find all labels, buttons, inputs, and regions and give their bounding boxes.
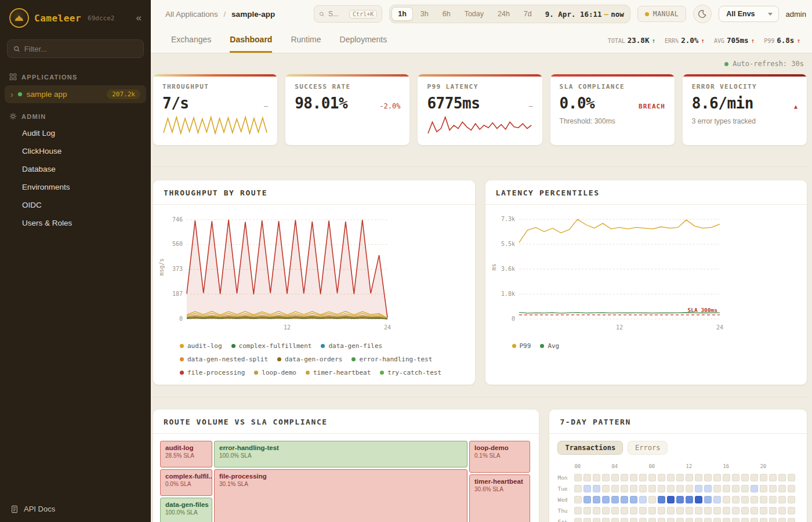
heat-cell[interactable]	[583, 518, 591, 522]
heat-cell[interactable]	[704, 485, 712, 492]
heat-cell[interactable]	[704, 496, 712, 503]
heat-cell[interactable]	[713, 507, 721, 514]
heat-cell[interactable]	[769, 496, 777, 503]
treemap-cell-complex-fulfil[interactable]: complex-fulfil...0.0% SLA	[160, 469, 212, 496]
time-range-7d[interactable]: 7d	[517, 7, 538, 21]
heat-cell[interactable]	[741, 485, 749, 492]
sidebar-item-sample-app[interactable]: › sample app 207.2k	[5, 85, 146, 103]
legend-audit-log[interactable]: audit-log	[180, 342, 222, 350]
heat-cell[interactable]	[732, 474, 740, 481]
heat-cell[interactable]	[658, 474, 665, 481]
legend-data-gen-nested-split[interactable]: data-gen-nested-split	[180, 356, 268, 363]
sidebar-item-clickhouse[interactable]: ClickHouse	[0, 142, 151, 160]
heat-cell[interactable]	[778, 474, 786, 481]
heat-cell[interactable]	[751, 507, 758, 514]
heat-cell[interactable]	[667, 518, 675, 522]
heat-cell[interactable]	[723, 496, 730, 503]
heat-cell[interactable]	[639, 485, 647, 492]
treemap-cell-data-gen-files[interactable]: data-gen-files100.0% SLA	[160, 498, 212, 522]
sidebar-item-database[interactable]: Database	[0, 160, 151, 178]
heat-cell[interactable]	[695, 518, 702, 522]
heat-cell[interactable]	[676, 518, 684, 522]
heat-cell[interactable]	[602, 496, 610, 503]
heat-cell[interactable]	[732, 496, 740, 503]
sidebar-item-api-docs[interactable]: API Docs	[0, 496, 151, 522]
time-range-1h[interactable]: 1h	[392, 7, 413, 21]
heat-cell[interactable]	[741, 474, 749, 481]
heat-cell[interactable]	[751, 474, 758, 481]
search-input[interactable]	[328, 10, 346, 18]
sidebar-item-oidc[interactable]: OIDC	[0, 196, 151, 214]
heat-cell[interactable]	[667, 474, 675, 481]
heat-cell[interactable]	[630, 518, 637, 522]
heat-cell[interactable]	[611, 518, 619, 522]
heat-cell[interactable]	[602, 518, 610, 522]
heat-cell[interactable]	[704, 507, 712, 514]
heat-cell[interactable]	[760, 474, 767, 481]
legend-p99[interactable]: P99	[512, 342, 531, 350]
heat-cell[interactable]	[639, 474, 647, 481]
heat-cell[interactable]	[769, 518, 777, 522]
heat-cell[interactable]	[602, 507, 610, 514]
legend-data-gen-files[interactable]: data-gen-files	[321, 342, 382, 350]
breadcrumb-all-applications[interactable]: All Applications	[165, 10, 218, 19]
heat-cell[interactable]	[760, 507, 767, 514]
heat-cell[interactable]	[676, 507, 684, 514]
heat-cell[interactable]	[788, 474, 795, 481]
heat-cell[interactable]	[602, 485, 610, 492]
heat-cell[interactable]	[583, 496, 591, 503]
global-search[interactable]: Ctrl+K	[314, 5, 382, 23]
heat-cell[interactable]	[751, 485, 758, 492]
heat-cell[interactable]	[648, 518, 656, 522]
heat-cell[interactable]	[788, 485, 795, 492]
time-range-3h[interactable]: 3h	[414, 7, 435, 21]
heat-cell[interactable]	[621, 518, 628, 522]
heat-cell[interactable]	[658, 507, 665, 514]
heat-cell[interactable]	[778, 518, 786, 522]
heat-cell[interactable]	[732, 507, 740, 514]
legend-data-gen-orders[interactable]: data-gen-orders	[277, 356, 342, 363]
legend-file-processing[interactable]: file-processing	[180, 369, 245, 376]
heat-cell[interactable]	[658, 518, 665, 522]
heat-cell[interactable]	[583, 507, 591, 514]
heat-cell[interactable]	[574, 485, 582, 492]
heat-cell[interactable]	[695, 474, 702, 481]
time-range-6h[interactable]: 6h	[436, 7, 457, 21]
treemap-cell-file-processing[interactable]: file-processing30.1% SLA	[214, 469, 467, 522]
sidebar-filter-input[interactable]	[24, 45, 137, 53]
heat-cell[interactable]	[788, 496, 795, 503]
heat-cell[interactable]	[723, 485, 730, 492]
heat-cell[interactable]	[611, 474, 619, 481]
heat-cell[interactable]	[621, 507, 628, 514]
expand-chevron-icon[interactable]: ›	[10, 90, 13, 99]
heat-cell[interactable]	[648, 474, 656, 481]
heat-cell[interactable]	[639, 518, 647, 522]
heat-cell[interactable]	[648, 496, 656, 503]
heat-cell[interactable]	[630, 474, 637, 481]
heat-cell[interactable]	[713, 485, 721, 492]
env-select[interactable]: All Envs	[719, 6, 778, 22]
tab-dashboard[interactable]: Dashboard	[230, 28, 272, 53]
heat-cell[interactable]	[593, 518, 600, 522]
heat-cell[interactable]	[769, 507, 777, 514]
heat-cell[interactable]	[658, 496, 665, 503]
sidebar-item-audit-log[interactable]: Audit Log	[0, 124, 151, 142]
sidebar-filter[interactable]	[7, 39, 144, 58]
time-range-24h[interactable]: 24h	[491, 7, 516, 21]
heat-cell[interactable]	[602, 474, 610, 481]
heat-cell[interactable]	[713, 474, 721, 481]
heat-cell[interactable]	[639, 496, 647, 503]
heat-cell[interactable]	[760, 518, 767, 522]
heat-cell[interactable]	[630, 485, 637, 492]
heat-cell[interactable]	[621, 485, 628, 492]
heat-cell[interactable]	[676, 474, 684, 481]
time-range-today[interactable]: Today	[458, 7, 490, 21]
legend-avg[interactable]: Avg	[540, 342, 559, 350]
heat-cell[interactable]	[788, 507, 795, 514]
manual-mode-button[interactable]: MANUAL	[637, 6, 687, 22]
heat-cell[interactable]	[611, 507, 619, 514]
heatmap-toggle-errors[interactable]: Errors	[628, 441, 668, 455]
sidebar-item-environments[interactable]: Environments	[0, 178, 151, 196]
treemap-cell-loop-demo[interactable]: loop-demo0.1% SLA	[469, 441, 530, 473]
sidebar-item-users-roles[interactable]: Users & Roles	[0, 214, 151, 232]
